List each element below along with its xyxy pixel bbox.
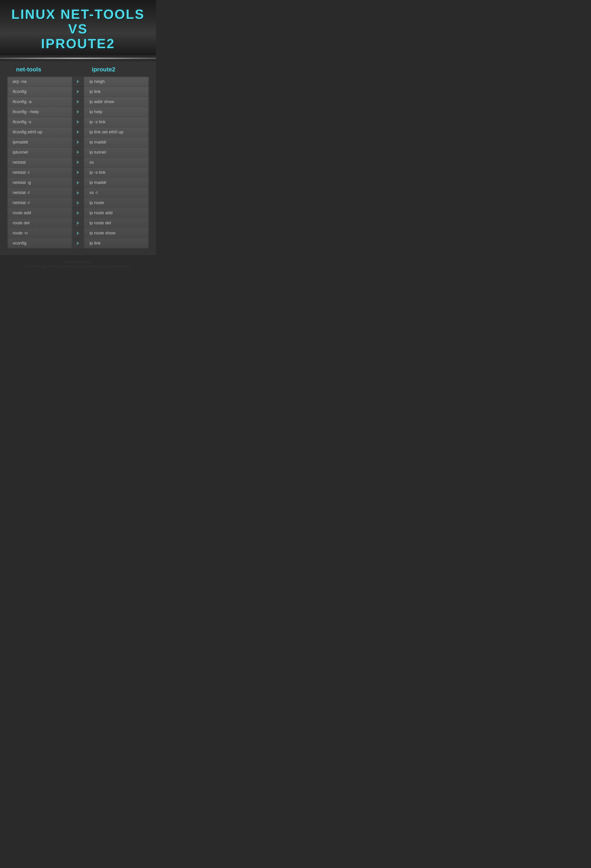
left-column-header: net-tools — [9, 66, 71, 73]
main-content: net-tools iproute2 arp -naifconfigifconf… — [0, 61, 156, 255]
arrow-icon — [77, 171, 79, 174]
arrow-icon — [77, 100, 79, 103]
title-line3: IPROUTE2 — [4, 36, 152, 51]
table-row: ip help — [84, 107, 149, 117]
table-row: ip link set eth0 up — [84, 127, 149, 137]
table-row: vconfig — [7, 238, 72, 248]
arrow-icon — [77, 201, 79, 205]
iproute2-column: ip neighip linkip addr showip helpip -s … — [84, 77, 149, 248]
header-divider — [0, 58, 156, 59]
arrow-icon — [77, 161, 79, 164]
table-row: route add — [7, 208, 72, 218]
arrow-cell — [72, 177, 84, 187]
table-row: ss — [84, 157, 149, 167]
arrow-cell — [72, 147, 84, 157]
arrow-icon — [77, 181, 79, 185]
arrow-cell — [72, 228, 84, 238]
arrow-cell — [72, 167, 84, 177]
footer: LinOxide.com Detailed : http://linoxide.… — [0, 255, 156, 273]
table-row: ip -s link — [84, 167, 149, 177]
table-row: ifconfig — [7, 87, 72, 97]
table-row: ip addr show — [84, 97, 149, 107]
arrow-icon — [77, 221, 79, 225]
header: LINUX NET-TOOLS VS IPROUTE2 — [0, 0, 156, 55]
arrow-cell — [72, 187, 84, 198]
right-column-header: iproute2 — [85, 66, 147, 73]
table-row: netstat -i — [7, 167, 72, 177]
arrow-cell — [72, 208, 84, 218]
table-row: netstat -r — [7, 198, 72, 208]
table-row: ip route del — [84, 218, 149, 228]
table-row: ip maddr — [84, 177, 149, 187]
arrow-cell — [72, 137, 84, 147]
table-row: netstat -g — [7, 177, 72, 187]
arrow-cell — [72, 117, 84, 127]
nettools-column: arp -naifconfigifconfig -aifconfig --hel… — [7, 77, 72, 248]
table-row: ifconfig -a — [7, 97, 72, 107]
arrow-icon — [77, 90, 79, 93]
table-row: ifconfig eth0 up — [7, 127, 72, 137]
arrow-cell — [72, 157, 84, 167]
arrow-cell — [72, 127, 84, 137]
table-row: iptunnel — [7, 147, 72, 157]
table-row: ip -s link — [84, 117, 149, 127]
title-line2: VS — [4, 22, 152, 36]
table-row: netstat — [7, 157, 72, 167]
arrow-icon — [77, 191, 79, 195]
table-row: route del — [7, 218, 72, 228]
arrow-icon — [77, 232, 79, 235]
table-row: ip link — [84, 238, 149, 248]
table-row: ss -l — [84, 187, 149, 198]
arrow-icon — [77, 151, 79, 154]
footer-site: LinOxide.com — [2, 260, 154, 264]
table-row: ifconfig --help — [7, 107, 72, 117]
arrow-icon — [77, 211, 79, 215]
table-row: ip link — [84, 87, 149, 97]
title-line1: LINUX NET-TOOLS — [4, 7, 152, 22]
footer-link: Detailed : http://linoxide.com/linux-com… — [2, 264, 154, 268]
table-row: ip neigh — [84, 77, 149, 87]
arrow-cell — [72, 238, 84, 248]
arrow-icon — [77, 140, 79, 144]
comparison-table: arp -naifconfigifconfig -aifconfig --hel… — [7, 77, 149, 248]
table-row: ipmaddr — [7, 137, 72, 147]
table-row: ip maddr — [84, 137, 149, 147]
column-headers: net-tools iproute2 — [7, 66, 149, 73]
table-row: ifconfig -s — [7, 117, 72, 127]
table-row: netstat -l — [7, 187, 72, 198]
arrow-cell — [72, 218, 84, 228]
arrow-cell — [72, 107, 84, 117]
table-row: ip route show — [84, 228, 149, 238]
arrow-column — [72, 77, 84, 248]
arrow-icon — [77, 120, 79, 124]
arrow-icon — [77, 110, 79, 114]
table-row: ip route add — [84, 208, 149, 218]
table-row: ip route — [84, 198, 149, 208]
arrow-cell — [72, 86, 84, 96]
table-row: arp -na — [7, 77, 72, 87]
arrow-cell — [72, 77, 84, 86]
table-row: route -n — [7, 228, 72, 238]
arrow-icon — [77, 80, 79, 83]
arrow-cell — [72, 97, 84, 107]
table-row: ip tunnel — [84, 147, 149, 157]
arrow-icon — [77, 130, 79, 134]
arrow-cell — [72, 198, 84, 208]
arrow-icon — [77, 242, 79, 245]
